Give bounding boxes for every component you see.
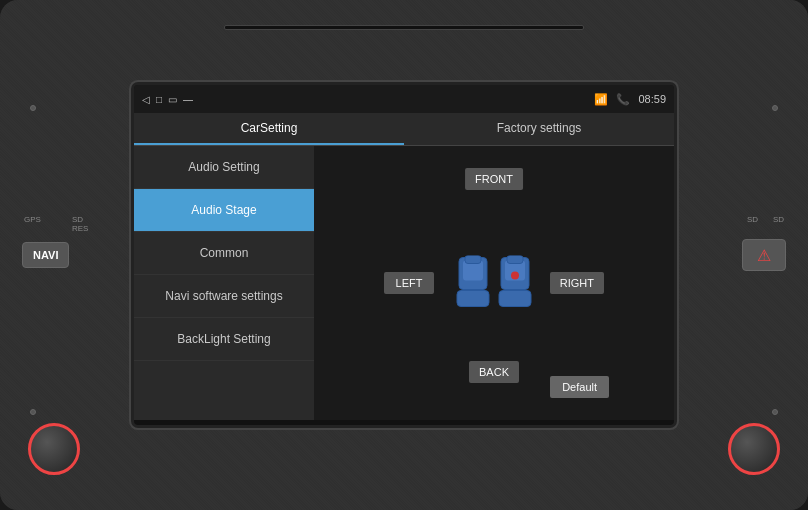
- svg-rect-6: [499, 291, 531, 307]
- main-content: Audio Setting Audio Stage Common Navi so…: [134, 146, 674, 420]
- svg-rect-2: [457, 291, 489, 307]
- tab-factory-settings[interactable]: Factory settings: [404, 113, 674, 145]
- back-button[interactable]: BACK: [469, 361, 519, 383]
- front-button[interactable]: FRONT: [465, 168, 523, 190]
- right-knob[interactable]: [728, 423, 780, 475]
- sd-label-right: SD: [747, 215, 758, 224]
- phone-icon: 📞: [616, 93, 630, 106]
- seat-right: [497, 256, 533, 311]
- right-button[interactable]: RIGHT: [550, 272, 604, 294]
- nav-tabs: CarSetting Factory settings: [134, 113, 674, 146]
- seats-display: [455, 256, 533, 311]
- default-button[interactable]: Default: [550, 376, 609, 398]
- corner-dot-br: [772, 409, 778, 415]
- screen: ◁ □ ▭ — 📶 📞 08:59 CarSetting Factory set…: [134, 85, 674, 425]
- nav-icons: ◁ □ ▭ —: [142, 94, 193, 105]
- sd-label-right2: SD: [773, 215, 784, 224]
- menu-item-navi-software[interactable]: Navi software settings: [134, 275, 314, 318]
- menu-item-audio-setting[interactable]: Audio Setting: [134, 146, 314, 189]
- left-button[interactable]: LEFT: [384, 272, 434, 294]
- corner-dot-bl: [30, 409, 36, 415]
- svg-rect-3: [465, 256, 481, 264]
- corner-dot-tr: [772, 105, 778, 111]
- menu-item-common[interactable]: Common: [134, 232, 314, 275]
- corner-dot-tl: [30, 105, 36, 111]
- tab-car-setting[interactable]: CarSetting: [134, 113, 404, 145]
- gps-label: GPS: [24, 215, 41, 224]
- recents-icon[interactable]: ▭: [168, 94, 177, 105]
- clock: 08:59: [638, 93, 666, 105]
- signal-icon: 📶: [594, 93, 608, 106]
- menu-item-audio-stage[interactable]: Audio Stage: [134, 189, 314, 232]
- svg-rect-7: [507, 256, 523, 264]
- status-bar: ◁ □ ▭ — 📶 📞 08:59: [134, 85, 674, 113]
- car-unit: NAVI ⚠ GPS SDRES SD SD ◁ □ ▭ — 📶 📞 08:59: [0, 0, 808, 510]
- warning-button[interactable]: ⚠: [742, 239, 786, 271]
- home-icon[interactable]: □: [156, 94, 162, 105]
- left-menu: Audio Setting Audio Stage Common Navi so…: [134, 146, 314, 420]
- svg-point-8: [511, 272, 519, 280]
- menu-icon[interactable]: —: [183, 94, 193, 105]
- seat-left: [455, 256, 491, 311]
- left-knob[interactable]: [28, 423, 80, 475]
- back-icon[interactable]: ◁: [142, 94, 150, 105]
- navi-button[interactable]: NAVI: [22, 242, 69, 268]
- seat-layout: FRONT LEFT RIGHT BACK: [384, 168, 604, 398]
- status-right: 📶 📞 08:59: [594, 93, 666, 106]
- warning-icon: ⚠: [757, 246, 771, 265]
- sd-res-label: SDRES: [72, 215, 88, 233]
- menu-item-backlight[interactable]: BackLight Setting: [134, 318, 314, 361]
- audio-stage-panel: FRONT LEFT RIGHT BACK: [314, 146, 674, 420]
- cd-slot: [224, 25, 584, 30]
